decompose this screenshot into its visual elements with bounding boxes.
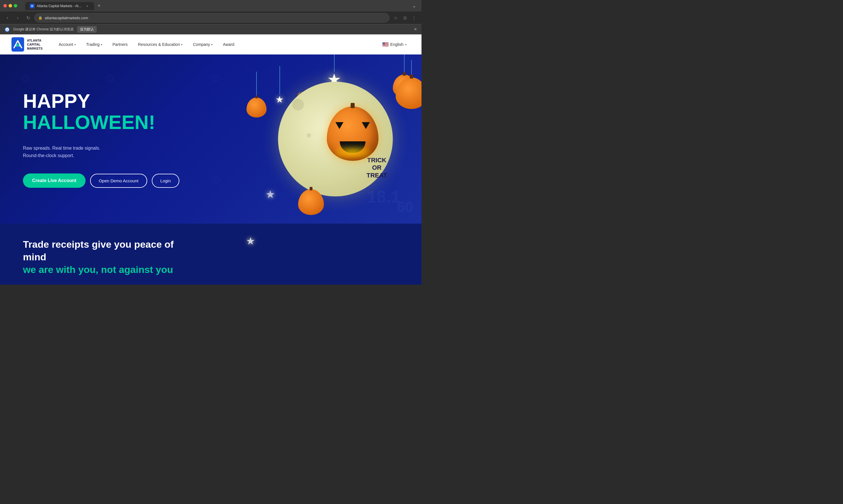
open-demo-account-btn[interactable]: Open Demo Account — [90, 174, 147, 188]
window-close[interactable] — [3, 4, 7, 7]
hero-left: HAPPY HALLOWEEN! Raw spreads. Real time … — [23, 90, 404, 188]
nav-right: 🇺🇸 English ▾ — [379, 39, 410, 49]
string-big-star — [334, 54, 334, 72]
hero-buttons: Create Live Account Open Demo Account Lo… — [23, 174, 404, 188]
nav-company-label: Company — [193, 42, 210, 47]
svg-text:G: G — [6, 29, 8, 31]
nav-item-trading[interactable]: Trading ▾ — [82, 40, 107, 49]
wm-2: ⊙ — [105, 71, 115, 85]
tagline-line1: Raw spreads. Real time trade signals. — [23, 146, 100, 150]
resources-chevron-icon: ▾ — [181, 43, 183, 46]
flag-icon: 🇺🇸 — [382, 41, 389, 48]
svg-point-4 — [16, 44, 19, 47]
browser-titlebar: M Atlanta Capital Markets - Atla... × + … — [0, 0, 422, 12]
small-pumpkin-bl — [298, 189, 324, 215]
nav-award-label: Award — [223, 42, 234, 47]
window-maximize[interactable] — [14, 4, 17, 7]
bottom-title: Trade receipts give you peace of mind — [23, 238, 189, 263]
bottom-section: Trade receipts give you peace of mind we… — [0, 223, 422, 285]
tagline-line2: Round-the-clock support. — [23, 153, 74, 158]
bottom-floating-star: ★ — [246, 235, 255, 247]
logo-icon — [12, 37, 24, 52]
stem-r — [410, 74, 413, 78]
lang-label: English — [390, 42, 403, 47]
bottom-star: ★ — [265, 188, 275, 201]
profile-btn[interactable]: ⊙ — [401, 14, 409, 22]
url-text: atlantacapitalmarkets.com — [45, 16, 385, 20]
wm-1: ⊙ — [21, 71, 31, 85]
refresh-btn[interactable]: ↻ — [24, 14, 32, 22]
nav-item-resources[interactable]: Resources & Education ▾ — [134, 40, 187, 49]
site-nav: ATLANTA CAPITAL MARKETS Account ▾ Tradin… — [0, 34, 422, 54]
active-tab[interactable]: M Atlanta Capital Markets - Atla... × — [25, 2, 94, 10]
pumpkin-bl-body — [298, 189, 324, 215]
browser-chrome: M Atlanta Capital Markets - Atla... × + … — [0, 0, 422, 34]
company-chevron-icon: ▾ — [211, 43, 212, 46]
tagline: Raw spreads. Real time trade signals. Ro… — [23, 144, 126, 159]
nav-item-account[interactable]: Account ▾ — [54, 40, 80, 49]
infobar-action-btn[interactable]: 设为默认 — [77, 26, 97, 33]
logo-text: ATLANTA CAPITAL MARKETS — [27, 38, 42, 51]
create-live-account-btn[interactable]: Create Live Account — [23, 174, 86, 188]
bottom-subtitle: we are with you, not against you — [23, 263, 189, 276]
tab-title: Atlanta Capital Markets - Atla... — [37, 4, 83, 8]
browser-actions: ☆ ⊙ ⋮ — [392, 14, 418, 22]
website-content: ATLANTA CAPITAL MARKETS Account ▾ Tradin… — [0, 34, 422, 285]
account-chevron-icon: ▾ — [74, 43, 76, 46]
menu-btn[interactable]: ⋮ — [410, 14, 418, 22]
trading-chevron-icon: ▾ — [101, 43, 102, 46]
language-selector[interactable]: 🇺🇸 English ▾ — [379, 39, 410, 49]
lock-icon: 🔒 — [38, 16, 42, 20]
lang-chevron-icon: ▾ — [405, 43, 407, 46]
login-btn[interactable]: Login — [152, 174, 179, 188]
google-icon: G — [5, 27, 10, 32]
bookmark-btn[interactable]: ☆ — [392, 14, 400, 22]
wm-3: ⊙ — [211, 71, 221, 85]
nav-account-label: Account — [58, 42, 73, 47]
tab-close-btn[interactable]: × — [85, 4, 89, 8]
nav-item-partners[interactable]: Partners — [108, 40, 132, 49]
info-bar: G Google 建议将 Chrome 设为默认浏览器 设为默认 × — [0, 24, 422, 34]
infobar-message: Google 建议将 Chrome 设为默认浏览器 — [13, 27, 74, 32]
nav-item-award[interactable]: Award — [218, 40, 239, 49]
nav-partners-label: Partners — [113, 42, 128, 47]
nav-resources-label: Resources & Education — [138, 42, 180, 47]
forward-btn[interactable]: › — [14, 14, 22, 22]
nav-item-company[interactable]: Company ▾ — [188, 40, 217, 49]
traffic-lights — [3, 4, 17, 7]
logo-area[interactable]: ATLANTA CAPITAL MARKETS — [12, 37, 42, 52]
window-minimize[interactable] — [8, 4, 12, 7]
halloween-heading: HALLOWEEN! — [23, 111, 404, 133]
tab-bar: M Atlanta Capital Markets - Atla... × + — [22, 2, 408, 10]
expand-btn[interactable]: ⌄ — [410, 2, 418, 10]
address-bar[interactable]: 🔒 atlantacapitalmarkets.com — [34, 13, 389, 22]
hero-section: ⊙ ⊙ ⊙ ⊙ ⊙ ⊙ ⊙ ⊙ ⊙ ⊙ ⊙ 18.1 60 HAPPY HALL… — [0, 54, 422, 223]
new-tab-btn[interactable]: + — [95, 2, 103, 10]
back-btn[interactable]: ‹ — [3, 14, 12, 22]
happy-heading: HAPPY — [23, 90, 404, 112]
nav-trading-label: Trading — [86, 42, 100, 47]
address-bar-row: ‹ › ↻ 🔒 atlantacapitalmarkets.com ☆ ⊙ ⋮ — [0, 12, 422, 24]
infobar-close-btn[interactable]: × — [414, 26, 417, 32]
tab-favicon: M — [30, 4, 34, 8]
nav-items: Account ▾ Trading ▾ Partners Resources &… — [54, 40, 379, 49]
